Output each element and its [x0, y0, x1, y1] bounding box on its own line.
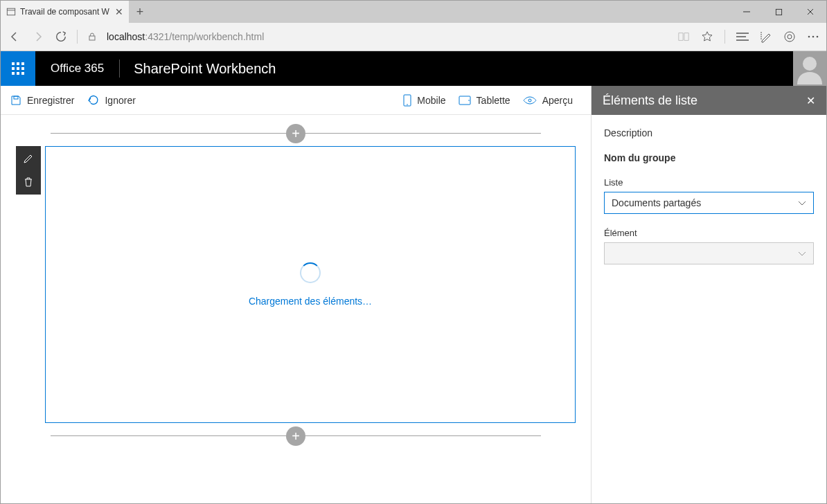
pencil-icon — [23, 153, 34, 164]
separator — [724, 30, 725, 44]
undo-icon — [87, 95, 99, 106]
property-pane: Éléments de liste ✕ Description Nom du g… — [591, 86, 826, 503]
svg-rect-3 — [776, 9, 781, 15]
hub-icon[interactable] — [736, 32, 749, 42]
mobile-icon — [403, 94, 411, 107]
window-close-button[interactable] — [794, 1, 826, 23]
share-icon[interactable] — [783, 30, 796, 43]
list-field: Liste Documents partagés — [604, 177, 814, 214]
property-pane-header: Éléments de liste ✕ — [592, 86, 826, 115]
waffle-icon — [12, 62, 24, 75]
chevron-down-icon — [798, 197, 806, 208]
item-dropdown[interactable] — [604, 242, 814, 264]
site-info-lock-icon[interactable] — [87, 32, 97, 42]
save-icon — [10, 95, 21, 106]
svg-point-14 — [812, 36, 815, 38]
svg-point-16 — [803, 57, 817, 71]
property-description: Description — [604, 127, 814, 138]
add-webpart-top-button[interactable]: + — [286, 124, 305, 143]
webpart-toolbar — [16, 146, 41, 195]
user-avatar[interactable] — [793, 51, 826, 86]
preview-label: Aperçu — [542, 95, 573, 106]
svg-point-11 — [785, 32, 794, 42]
discard-label: Ignorer — [105, 95, 135, 106]
avatar-icon — [796, 53, 824, 84]
browser-tab[interactable]: Travail de composant W ✕ — [1, 1, 129, 23]
list-field-label: Liste — [604, 177, 814, 188]
list-dropdown-value: Documents partagés — [612, 197, 701, 208]
browser-tab-title: Travail de composant W — [20, 7, 111, 17]
svg-point-21 — [468, 100, 470, 101]
window-minimize-button[interactable] — [731, 1, 763, 23]
window-maximize-button[interactable] — [763, 1, 794, 23]
svg-rect-6 — [89, 36, 95, 40]
app-launcher-button[interactable] — [1, 51, 35, 86]
webpart-container[interactable]: Chargement des éléments… — [45, 146, 576, 423]
eye-icon — [523, 96, 537, 105]
mobile-label: Mobile — [417, 95, 445, 106]
chevron-down-icon — [798, 248, 806, 259]
new-tab-button[interactable]: + — [129, 1, 151, 23]
app-title: SharePoint Workbench — [120, 61, 290, 77]
svg-rect-17 — [14, 96, 18, 99]
item-field: Élément — [604, 228, 814, 264]
save-label: Enregistrer — [27, 95, 74, 106]
mobile-view-button[interactable]: Mobile — [403, 94, 445, 107]
close-tab-icon[interactable]: ✕ — [115, 7, 123, 17]
separator — [77, 30, 78, 44]
preview-button[interactable]: Aperçu — [523, 95, 573, 106]
browser-address-bar: localhost:4321/temp/workbench.html — [1, 23, 826, 51]
reading-view-icon[interactable] — [677, 31, 690, 42]
trash-icon — [24, 177, 33, 188]
save-button[interactable]: Enregistrer — [10, 95, 74, 106]
edit-webpart-button[interactable] — [20, 150, 37, 167]
window-controls — [731, 1, 826, 23]
notes-icon[interactable] — [760, 30, 772, 43]
tablet-view-button[interactable]: Tablette — [459, 95, 510, 106]
list-dropdown[interactable]: Documents partagés — [604, 192, 814, 214]
tablet-icon — [459, 96, 471, 105]
item-field-label: Élément — [604, 228, 814, 238]
close-pane-button[interactable]: ✕ — [806, 94, 815, 107]
svg-point-12 — [788, 35, 792, 39]
suite-bar: Office 365 SharePoint Workbench — [1, 51, 826, 86]
more-icon[interactable] — [807, 35, 819, 39]
browser-tab-strip: Travail de composant W ✕ + — [1, 1, 826, 23]
url-input[interactable]: localhost:4321/temp/workbench.html — [107, 31, 668, 42]
delete-webpart-button[interactable] — [20, 174, 37, 190]
add-webpart-bottom-button[interactable]: + — [286, 426, 305, 446]
svg-rect-0 — [7, 8, 15, 15]
tablet-label: Tablette — [477, 95, 510, 106]
property-pane-title: Éléments de liste — [603, 93, 697, 108]
loading-spinner-icon — [300, 262, 321, 283]
url-path: :4321/temp/workbench.html — [145, 31, 264, 42]
nav-refresh-button[interactable] — [55, 30, 67, 43]
loading-text: Chargement des éléments… — [249, 296, 372, 307]
favorite-star-icon[interactable] — [701, 30, 713, 43]
browser-page-icon — [6, 7, 16, 17]
property-group-name: Nom du groupe — [604, 152, 814, 163]
office365-label[interactable]: Office 365 — [35, 60, 120, 78]
nav-forward-button[interactable] — [31, 30, 45, 44]
nav-back-button[interactable] — [8, 30, 21, 44]
discard-button[interactable]: Ignorer — [87, 95, 135, 106]
svg-point-22 — [528, 99, 531, 102]
svg-point-19 — [407, 104, 409, 105]
svg-point-15 — [817, 36, 819, 38]
url-host: localhost — [107, 31, 145, 42]
workbench-canvas: + — [1, 115, 591, 503]
command-bar: Enregistrer Ignorer Mobile — [1, 86, 591, 115]
svg-point-13 — [808, 36, 810, 38]
